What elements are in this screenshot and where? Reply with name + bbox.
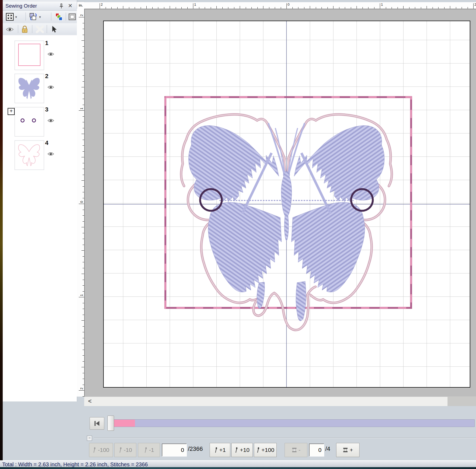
- left-tail: [257, 282, 265, 308]
- thumbnail-butterfly-fill[interactable]: [15, 74, 44, 103]
- ruler-tick: [81, 344, 84, 344]
- ruler-label: 2: [80, 388, 84, 390]
- chevron-down-icon[interactable]: ▾: [15, 15, 17, 19]
- thumbnail-placement-rectangle[interactable]: [15, 41, 44, 70]
- ruler-tick: [123, 6, 123, 9]
- visibility-eye-icon[interactable]: [48, 119, 54, 123]
- color-total-label: /4: [325, 445, 330, 452]
- needle-icon: [93, 447, 96, 453]
- desktop-background-strip: [0, 467, 476, 469]
- ruler-label: 1: [381, 2, 383, 7]
- ruler-label: 2: [101, 2, 103, 7]
- collapse-simulator-button[interactable]: −: [87, 436, 92, 441]
- chevron-down-icon[interactable]: ▾: [39, 15, 41, 19]
- ruler-tick: [81, 274, 84, 274]
- needle-icon: [256, 447, 260, 453]
- color-forward-button[interactable]: +: [336, 443, 360, 457]
- fit-selection-button[interactable]: ▾: [5, 12, 17, 21]
- butterfly-fill-graphic: [15, 74, 43, 102]
- current-stitch-input[interactable]: [162, 444, 187, 457]
- delete-button[interactable]: [35, 25, 45, 34]
- ruler-tick: [81, 367, 84, 367]
- sewing-order-item-1[interactable]: 1: [3, 41, 77, 71]
- ruler-tick: [79, 17, 84, 17]
- close-icon[interactable]: ✕: [68, 2, 72, 9]
- delete-x-icon: [35, 25, 45, 33]
- sewing-order-item-2[interactable]: 2: [3, 74, 77, 104]
- hoop-frame-button[interactable]: [68, 12, 77, 21]
- needle-icon: [235, 447, 238, 453]
- stitch-forward-1-button[interactable]: +1: [210, 443, 230, 457]
- stitch-back-1-button[interactable]: -1: [138, 443, 160, 457]
- butterfly-outline-graphic: [15, 141, 43, 169]
- ruler-tick: [81, 40, 84, 41]
- embroidery-design[interactable]: [104, 21, 470, 387]
- ruler-tick: [310, 6, 310, 9]
- eyelet-circles-graphic: [15, 107, 43, 136]
- scrollbar-thumb[interactable]: [447, 397, 476, 406]
- sewing-order-item-4[interactable]: 4: [3, 141, 77, 170]
- thumbnail-butterfly-outline[interactable]: [15, 141, 44, 170]
- rewind-to-start-button[interactable]: [90, 417, 104, 430]
- visibility-button[interactable]: [6, 25, 14, 34]
- stitch-progress-thumb[interactable]: [108, 416, 114, 431]
- color-back-button[interactable]: -: [285, 443, 307, 457]
- ruler-tick: [240, 6, 240, 9]
- stitch-progress-track[interactable]: [109, 419, 475, 427]
- item-number: 3: [45, 106, 48, 113]
- ruler-label: 1: [80, 294, 84, 296]
- ruler-tick: [79, 297, 84, 297]
- visibility-eye-icon[interactable]: [48, 152, 54, 156]
- ruler-tick: [450, 6, 450, 9]
- cursor-arrow-icon: [51, 25, 57, 33]
- panel-title-bar[interactable]: Sewing Order ✕: [3, 2, 77, 11]
- expand-group-button[interactable]: +: [8, 108, 15, 115]
- svg-text:r: r: [24, 30, 25, 32]
- current-color-input[interactable]: [309, 444, 324, 457]
- stitch-back-10-button[interactable]: -10: [114, 443, 136, 457]
- ruler-label: 0: [288, 2, 289, 7]
- status-text: Total : Width = 2.63 inch, Height = 2.26…: [2, 461, 148, 468]
- ruler-tick: [333, 6, 333, 9]
- pin-icon[interactable]: [59, 3, 64, 9]
- stitch-forward-100-button[interactable]: +100: [254, 443, 277, 457]
- ruler-tick: [79, 390, 84, 391]
- stitch-forward-10-button[interactable]: +10: [231, 443, 253, 457]
- color-sort-icon: [54, 12, 64, 21]
- ruler-tick: [81, 64, 84, 64]
- thread-spool-icon: [343, 447, 348, 453]
- sewing-order-list: 1 2: [3, 35, 77, 401]
- canvas-viewport[interactable]: [84, 9, 476, 397]
- color-sort-button[interactable]: [54, 12, 64, 21]
- scroll-left-arrow[interactable]: <: [85, 397, 94, 406]
- design-area[interactable]: [103, 21, 470, 388]
- ruler-tick: [286, 3, 287, 9]
- ruler-tick: [403, 6, 404, 9]
- lock-button[interactable]: r: [21, 25, 28, 34]
- lock-icon: r: [21, 25, 28, 33]
- sewing-order-panel: Sewing Order ✕ ▾ ▾: [3, 0, 77, 401]
- sewing-order-icon: [29, 12, 38, 21]
- visibility-eye-icon[interactable]: [48, 52, 54, 56]
- thread-spool-icon: [292, 447, 297, 453]
- stitch-back-100-button[interactable]: -100: [89, 443, 113, 457]
- ruler-tick: [216, 6, 217, 9]
- ruler-tick: [193, 3, 193, 9]
- ruler-tick: [170, 6, 170, 9]
- vertical-ruler: 21012: [77, 9, 84, 397]
- ruler-label: 0: [80, 201, 84, 203]
- needle-icon: [214, 447, 218, 453]
- select-cursor-button[interactable]: [51, 25, 57, 34]
- ruler-tick: [473, 3, 474, 9]
- ruler-tick: [81, 320, 84, 321]
- visibility-eye-icon[interactable]: [48, 85, 54, 89]
- ruler-unit-box[interactable]: in.: [77, 2, 85, 9]
- ruler-tick: [380, 3, 380, 9]
- thumbnail-eyelets[interactable]: [15, 107, 44, 136]
- ruler-tick: [427, 6, 427, 9]
- ruler-tick: [146, 6, 147, 9]
- horizontal-scrollbar[interactable]: <: [84, 397, 476, 406]
- sewing-order-view-button[interactable]: ▾: [29, 12, 41, 21]
- needle-icon: [119, 447, 122, 453]
- placement-rectangle-graphic: [18, 44, 40, 66]
